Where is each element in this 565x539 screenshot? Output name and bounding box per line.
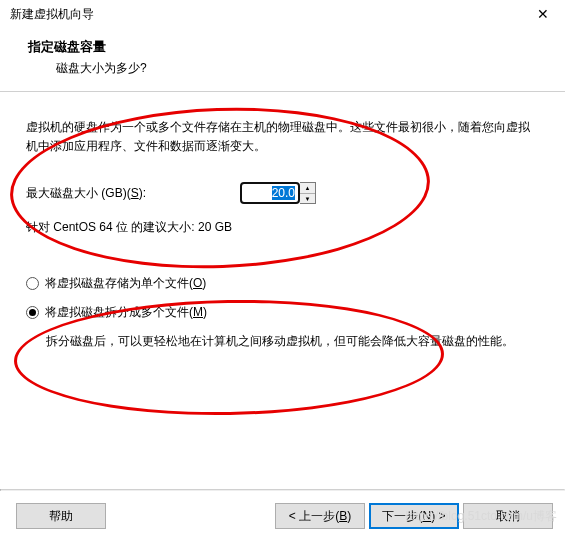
- max-size-row: 最大磁盘大小 (GB)(S): ▲ ▼: [26, 182, 539, 204]
- split-note: 拆分磁盘后，可以更轻松地在计算机之间移动虚拟机，但可能会降低大容量磁盘的性能。: [26, 332, 539, 351]
- radio-single-label: 将虚拟磁盘存储为单个文件(O): [45, 274, 206, 293]
- radio-icon: [26, 277, 39, 290]
- radio-single-file[interactable]: 将虚拟磁盘存储为单个文件(O): [26, 274, 539, 293]
- spin-up-icon[interactable]: ▲: [300, 183, 315, 194]
- radio-split-label: 将虚拟磁盘拆分成多个文件(M): [45, 303, 207, 322]
- wizard-header: 指定磁盘容量 磁盘大小为多少?: [0, 28, 565, 92]
- page-subtitle: 磁盘大小为多少?: [28, 56, 537, 77]
- page-title: 指定磁盘容量: [28, 38, 537, 56]
- radio-split-files[interactable]: 将虚拟磁盘拆分成多个文件(M): [26, 303, 539, 322]
- next-button[interactable]: 下一步(N) >: [369, 503, 459, 529]
- cancel-button[interactable]: 取消: [463, 503, 553, 529]
- close-icon[interactable]: ✕: [529, 0, 557, 28]
- radio-icon: [26, 306, 39, 319]
- footer-divider: [0, 489, 565, 491]
- window-title: 新建虚拟机向导: [10, 6, 94, 23]
- back-button[interactable]: < 上一步(B): [275, 503, 365, 529]
- recommended-size-label: 针对 CentOS 64 位 的建议大小: 20 GB: [26, 218, 539, 237]
- help-button[interactable]: 帮助: [16, 503, 106, 529]
- titlebar: 新建虚拟机向导 ✕: [0, 0, 565, 28]
- max-size-input[interactable]: [240, 182, 300, 204]
- button-bar: 帮助 < 上一步(B) 下一步(N) > 取消: [0, 503, 565, 529]
- store-mode-group: 将虚拟磁盘存储为单个文件(O) 将虚拟磁盘拆分成多个文件(M) 拆分磁盘后，可以…: [26, 274, 539, 352]
- max-size-label: 最大磁盘大小 (GB)(S):: [26, 184, 240, 203]
- max-size-spinner: ▲ ▼: [240, 182, 316, 204]
- spin-down-icon[interactable]: ▼: [300, 194, 315, 204]
- wizard-content: 虚拟机的硬盘作为一个或多个文件存储在主机的物理磁盘中。这些文件最初很小，随着您向…: [0, 92, 565, 381]
- disk-description: 虚拟机的硬盘作为一个或多个文件存储在主机的物理磁盘中。这些文件最初很小，随着您向…: [26, 118, 539, 156]
